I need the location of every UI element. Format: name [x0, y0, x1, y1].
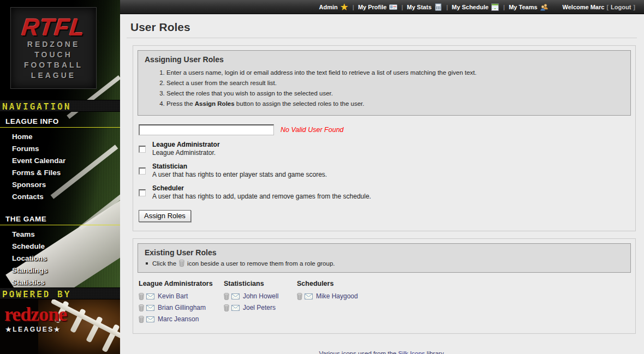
- role-label: League Administrator: [152, 141, 220, 149]
- sidebar-item-home[interactable]: Home: [0, 131, 120, 143]
- topbar-item-admin[interactable]: Admin ★: [319, 3, 349, 11]
- calendar-icon: [491, 3, 499, 11]
- menu-section-the-game: THE GAME Teams Schedule Locations Standi…: [0, 213, 120, 294]
- remove-user-trash-icon[interactable]: [297, 293, 302, 300]
- topbar-item-my-teams-label: My Teams: [509, 4, 537, 10]
- topbar-item-my-teams[interactable]: My Teams: [509, 3, 548, 11]
- topbar-separator: |: [353, 4, 354, 10]
- menu-section-league-info: LEAGUE INFO Home Forums Event Calendar F…: [0, 115, 120, 208]
- remove-user-trash-icon[interactable]: [139, 316, 144, 323]
- email-icon[interactable]: [146, 316, 154, 322]
- user-row: John Howell: [224, 292, 297, 300]
- user-row: Brian Gillingham: [139, 304, 224, 311]
- user-row: Marc Jeanson: [139, 315, 224, 323]
- square-bullet: [146, 262, 148, 265]
- email-icon[interactable]: [305, 293, 313, 299]
- sidebar-item-schedule[interactable]: Schedule: [0, 241, 120, 253]
- step-4: Press the Assign Roles button to assign …: [166, 99, 624, 108]
- topbar-item-my-schedule[interactable]: My Schedule: [452, 3, 499, 11]
- assigning-title: Assigning User Roles: [145, 55, 624, 64]
- topbar-separator: |: [446, 4, 448, 10]
- existing-note: Click the icon beside a user to remove t…: [145, 260, 624, 267]
- sidebar-item-event-calendar[interactable]: Event Calendar: [0, 155, 120, 167]
- sidebar-item-teams[interactable]: Teams: [0, 229, 120, 241]
- user-search-input[interactable]: [139, 124, 274, 135]
- logout-bracket-close: ]: [633, 4, 635, 10]
- sidebar-item-standings[interactable]: Standings: [0, 265, 120, 277]
- email-icon[interactable]: [146, 305, 154, 311]
- existing-instructions-box: Existing User Roles Click the icon besid…: [138, 243, 631, 273]
- role-description: A user that has rights to add, update an…: [152, 193, 371, 201]
- role-label: Statistician: [152, 163, 327, 171]
- app-window: RTFL REDZONE TOUCH FOOTBALL LEAGUE NAVIG…: [0, 0, 644, 354]
- topbar-item-my-stats[interactable]: My Stats: [407, 3, 443, 11]
- sidebar-item-forms-files[interactable]: Forms & Files: [0, 167, 120, 179]
- redzone-leagues-label: ★LEAGUES★: [5, 326, 61, 333]
- topbar-item-my-profile[interactable]: My Profile: [358, 3, 398, 11]
- logo-acronym: RTFL: [10, 15, 98, 39]
- email-icon[interactable]: [146, 293, 154, 299]
- remove-user-trash-icon[interactable]: [224, 304, 229, 311]
- user-link[interactable]: Joel Peters: [243, 304, 276, 311]
- vcard-icon: [389, 3, 397, 11]
- user-link[interactable]: Kevin Bart: [158, 292, 188, 300]
- silk-icons-link[interactable]: Silk Icons: [398, 350, 425, 354]
- existing-title: Existing User Roles: [145, 248, 624, 257]
- remove-user-trash-icon[interactable]: [139, 293, 144, 300]
- assigning-instructions-box: Assigning User Roles Enter a users name,…: [138, 50, 631, 116]
- role-description: A user that has rights to enter player s…: [152, 171, 327, 179]
- group-icon: [540, 3, 548, 11]
- remove-user-trash-icon[interactable]: [224, 293, 229, 300]
- assign-roles-button[interactable]: Assign Roles: [139, 210, 191, 222]
- email-icon[interactable]: [231, 293, 240, 299]
- sidebar-item-statistics[interactable]: Statistics: [0, 277, 120, 289]
- step-3: Select the roles that you wish to assign…: [166, 89, 624, 98]
- role-option-statistician: Statistician A user that has rights to e…: [139, 163, 631, 179]
- topbar-separator: |: [503, 4, 505, 10]
- role-option-scheduler: Scheduler A user that has rights to add,…: [139, 184, 631, 201]
- topbar-item-my-stats-label: My Stats: [407, 4, 432, 10]
- welcome-text: Welcome Marc: [563, 4, 605, 10]
- title-divider: [127, 38, 637, 38]
- page-title: User Roles: [130, 21, 644, 34]
- remove-user-trash-icon[interactable]: [139, 304, 144, 311]
- redzone-leagues-logo: redzone ★LEAGUES★: [0, 299, 120, 354]
- group-header: Schedulers: [297, 280, 382, 287]
- group-header: League Administrators: [139, 280, 224, 287]
- league-administrator-checkbox[interactable]: [139, 146, 146, 153]
- role-groups: League Administrators Kevin Bart Brian G…: [139, 280, 631, 327]
- assigning-user-roles-panel: Assigning User Roles Enter a users name,…: [133, 45, 636, 231]
- menu-header-league-info: LEAGUE INFO: [0, 115, 120, 128]
- step-2: Select a user from the search result lis…: [166, 79, 624, 87]
- user-link[interactable]: Brian Gillingham: [158, 304, 206, 311]
- footer-credit-icons: Various icons used from the Silk Icons l…: [120, 350, 644, 354]
- topbar-item-my-schedule-label: My Schedule: [452, 4, 488, 10]
- group-league-administrators: League Administrators Kevin Bart Brian G…: [139, 280, 224, 327]
- group-statisticians: Statisticians John Howell Joel Peters: [224, 280, 297, 327]
- statistician-checkbox[interactable]: [139, 167, 146, 175]
- topbar-separator: |: [401, 4, 403, 10]
- sidebar-item-forums[interactable]: Forums: [0, 143, 120, 155]
- email-icon[interactable]: [231, 305, 240, 311]
- sidebar-item-sponsors[interactable]: Sponsors: [0, 179, 120, 191]
- sidebar-item-locations[interactable]: Locations: [0, 253, 120, 265]
- user-link[interactable]: Marc Jeanson: [158, 315, 199, 323]
- redzone-wordmark: redzone: [4, 303, 67, 326]
- powered-by-led-banner: POWERED BY: [0, 287, 120, 299]
- logout-link[interactable]: Logout: [611, 4, 631, 10]
- user-link[interactable]: John Howell: [243, 292, 278, 300]
- sidebar-item-contacts[interactable]: Contacts: [0, 191, 120, 203]
- step-1: Enter a users name, login id or email ad…: [166, 68, 624, 77]
- powered-by-led-text: POWERED BY: [2, 289, 71, 299]
- logo-line: TOUCH: [11, 50, 96, 60]
- navigation-led-banner: NAVIGATION: [0, 100, 120, 112]
- logout-bracket-open: [: [606, 4, 609, 10]
- group-schedulers: Schedulers Mike Haygood: [297, 280, 382, 327]
- group-header: Statisticians: [224, 280, 297, 287]
- sidebar: RTFL REDZONE TOUCH FOOTBALL LEAGUE NAVIG…: [0, 0, 120, 354]
- user-link[interactable]: Mike Haygood: [316, 292, 358, 300]
- scheduler-checkbox[interactable]: [139, 189, 146, 196]
- topbar-item-my-profile-label: My Profile: [358, 4, 387, 10]
- role-description: League Administrator.: [152, 149, 220, 157]
- user-search-row: No Valid User Found: [139, 124, 631, 135]
